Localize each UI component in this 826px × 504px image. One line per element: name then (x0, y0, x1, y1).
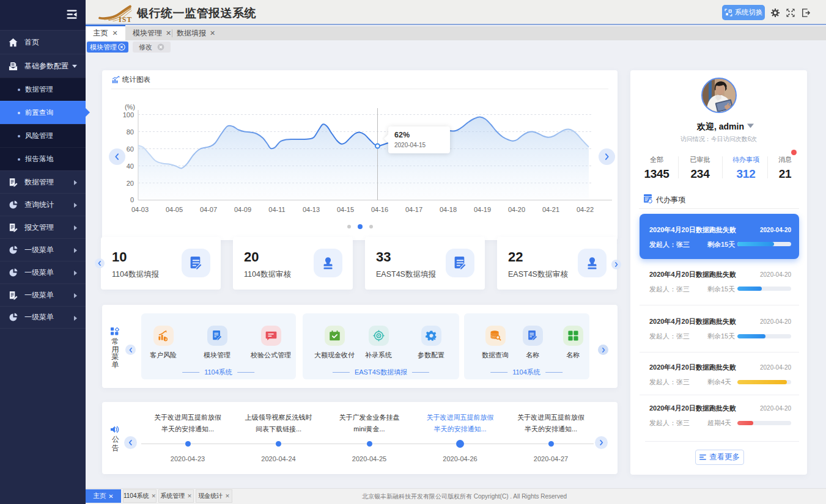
svg-text:04-20: 04-20 (508, 206, 525, 213)
svg-text:04-22: 04-22 (577, 206, 594, 213)
svg-text:04-11: 04-11 (268, 206, 285, 213)
svg-text:04-17: 04-17 (405, 206, 422, 213)
svg-text:04-18: 04-18 (440, 206, 457, 213)
svg-text:60: 60 (127, 145, 134, 153)
svg-text:(%): (%) (125, 103, 135, 111)
svg-text:IST: IST (119, 15, 132, 23)
svg-text:04-09: 04-09 (234, 206, 251, 213)
svg-text:80: 80 (127, 128, 134, 136)
svg-text:04-05: 04-05 (166, 206, 183, 213)
svg-text:04-16: 04-16 (371, 206, 388, 213)
svg-text:04-03: 04-03 (131, 206, 149, 213)
svg-text:04-19: 04-19 (474, 206, 491, 213)
svg-text:40: 40 (127, 163, 134, 170)
svg-text:04-15: 04-15 (337, 206, 354, 213)
svg-text:04-07: 04-07 (200, 206, 217, 213)
svg-text:04-13: 04-13 (303, 206, 320, 213)
svg-text:04-21: 04-21 (542, 206, 559, 213)
svg-text:20: 20 (127, 180, 134, 187)
svg-text:100: 100 (123, 111, 134, 119)
svg-text:0: 0 (130, 196, 134, 203)
